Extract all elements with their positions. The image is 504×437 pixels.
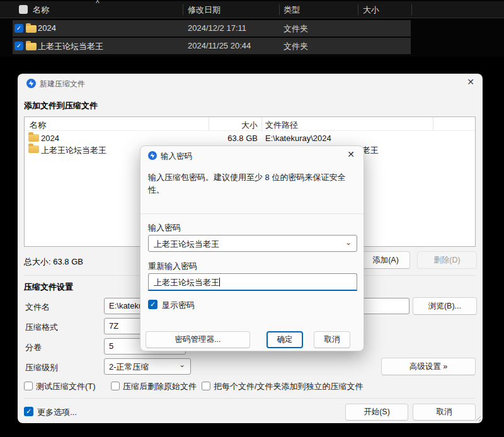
folder-icon xyxy=(26,25,37,33)
column-divider[interactable] xyxy=(209,117,209,131)
dialog-title: 新建压缩文件 xyxy=(40,79,85,89)
divider xyxy=(24,398,476,399)
app-icon xyxy=(26,79,36,88)
explorer-row-2024[interactable]: ✓ 2024 2024/12/2 17:11 文件夹 xyxy=(13,20,411,37)
text-caret xyxy=(219,278,220,287)
browse-button[interactable]: 浏览(B)... xyxy=(413,297,477,315)
column-name[interactable]: 名称 xyxy=(33,4,49,16)
list-column-name[interactable]: 名称 xyxy=(30,120,46,131)
item-name: 2024 xyxy=(41,133,59,143)
compression-level-value: 2-正常压缩 xyxy=(109,362,149,372)
close-icon[interactable]: ✕ xyxy=(347,149,355,159)
password-description: 输入压缩包密码。建议使用至少 8 位的密码来保证安全性。 xyxy=(148,171,358,196)
column-size[interactable]: 大小 xyxy=(363,4,379,16)
column-divider[interactable] xyxy=(358,4,358,15)
cancel-button[interactable]: 取消 xyxy=(314,331,350,348)
file-modified: 2024/11/25 20:44 xyxy=(188,41,251,50)
column-modified[interactable]: 修改日期 xyxy=(188,4,220,16)
list-column-path[interactable]: 文件路径 xyxy=(265,120,298,131)
section-add-files-title: 添加文件到压缩文件 xyxy=(24,100,98,111)
explorer-column-header: ^ 名称 修改日期 类型 大小 xyxy=(0,1,504,18)
volume-label: 分卷 xyxy=(25,342,42,353)
column-divider[interactable] xyxy=(433,117,433,131)
item-path: E:\katekuray\2024 xyxy=(265,133,331,143)
settings-section-title: 压缩文件设置 xyxy=(24,281,73,293)
enter-password-value: 上老王论坛当老王 xyxy=(154,239,219,249)
file-type: 文件夹 xyxy=(284,23,308,35)
password-dialog: 输入密码 ✕ 输入压缩包密码。建议使用至少 8 位的密码来保证安全性。 输入密码… xyxy=(140,145,364,351)
select-all-checkbox[interactable] xyxy=(19,5,28,14)
password-manager-button[interactable]: 密码管理器... xyxy=(146,331,250,348)
explorer-row-laowang[interactable]: ✓ 上老王论坛当老王 2024/11/25 20:44 文件夹 xyxy=(13,38,411,54)
more-options-checkbox[interactable]: ✓ xyxy=(24,407,33,416)
format-label: 压缩格式 xyxy=(25,322,58,333)
folder-icon xyxy=(28,134,39,142)
file-type: 文件夹 xyxy=(284,41,308,52)
close-icon[interactable]: ✕ xyxy=(467,77,474,87)
chevron-down-icon: ⌄ xyxy=(345,238,352,247)
item-size: 63.8 GB xyxy=(210,133,258,143)
delete-after-checkbox[interactable] xyxy=(111,382,120,390)
total-size-label: 总大小: 63.8 GB xyxy=(24,256,83,268)
reenter-password-value: 上老王论坛当老王 xyxy=(154,278,219,287)
filename-label: 文件名 xyxy=(25,302,50,313)
show-password-checkbox[interactable]: ✓ xyxy=(148,300,158,309)
file-modified: 2024/12/2 17:11 xyxy=(188,23,246,33)
password-dialog-title: 输入密码 xyxy=(161,151,192,162)
sort-asc-icon: ^ xyxy=(96,0,100,8)
column-divider[interactable] xyxy=(261,117,262,131)
column-divider[interactable] xyxy=(411,4,412,15)
delete-after-label[interactable]: 压缩后删除原始文件 xyxy=(123,381,197,392)
test-archive-label[interactable]: 测试压缩文件(T) xyxy=(36,381,96,392)
ok-button[interactable]: 确定 xyxy=(266,331,303,348)
reenter-password-input[interactable]: 上老王论坛当老王 xyxy=(148,273,357,291)
item-name: 上老王论坛当老王 xyxy=(41,145,106,156)
delete-button[interactable]: 删除(D) xyxy=(417,251,477,269)
start-button[interactable]: 开始(S) xyxy=(345,404,408,421)
show-password-label[interactable]: 显示密码 xyxy=(162,300,195,311)
list-column-size[interactable]: 大小 xyxy=(210,120,258,131)
column-divider[interactable] xyxy=(279,4,280,15)
cancel-button[interactable]: 取消 xyxy=(413,404,476,421)
compression-level-label: 压缩级别 xyxy=(25,362,58,373)
divider xyxy=(140,213,364,214)
row-checkbox[interactable]: ✓ xyxy=(14,24,23,33)
more-options-label[interactable]: 更多选项... xyxy=(37,407,77,418)
list-row[interactable]: 2024 63.8 GB E:\katekuray\2024 xyxy=(25,132,475,144)
file-explorer: ^ 名称 修改日期 类型 大小 ✓ 2024 2024/12/2 17:11 文… xyxy=(0,0,504,57)
list-header: 名称 大小 文件路径 xyxy=(25,117,475,131)
enter-password-label: 输入密码 xyxy=(148,222,181,234)
folder-icon xyxy=(26,43,37,50)
add-button[interactable]: 添加(A) xyxy=(361,251,410,269)
file-name: 2024 xyxy=(38,23,56,33)
separate-archives-label[interactable]: 把每个文件/文件夹添加到独立的压缩文件 xyxy=(214,381,364,392)
row-checkbox[interactable]: ✓ xyxy=(14,42,23,50)
enter-password-combobox[interactable]: 上老王论坛当老王 ⌄ xyxy=(148,235,357,252)
test-archive-checkbox[interactable] xyxy=(24,382,33,390)
app-icon xyxy=(148,151,157,160)
chevron-down-icon: ⌄ xyxy=(179,360,185,369)
advanced-settings-button[interactable]: 高级设置 » xyxy=(381,358,476,375)
screen: ^ 名称 修改日期 类型 大小 ✓ 2024 2024/12/2 17:11 文… xyxy=(0,0,504,437)
folder-icon xyxy=(28,145,39,153)
compression-level-dropdown[interactable]: 2-正常压缩 ⌄ xyxy=(104,358,191,375)
reenter-password-label: 重新输入密码 xyxy=(148,261,197,272)
column-type[interactable]: 类型 xyxy=(284,4,300,16)
file-name: 上老王论坛当老王 xyxy=(38,41,103,52)
separate-archives-checkbox[interactable] xyxy=(202,382,210,390)
column-divider[interactable] xyxy=(183,4,183,15)
